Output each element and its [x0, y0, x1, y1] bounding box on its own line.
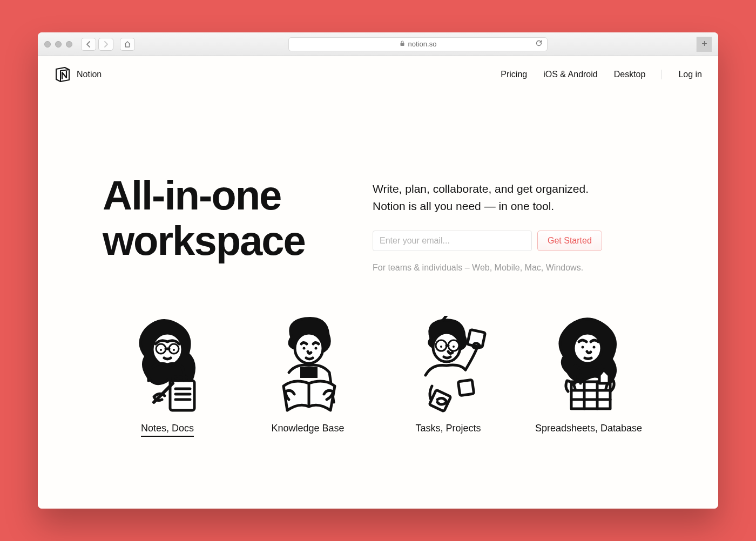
hero-meta: For teams & individuals – Web, Mobile, M… — [373, 263, 653, 273]
svg-rect-16 — [467, 329, 485, 347]
hero-sub-line1: Write, plan, collaborate, and get organi… — [373, 182, 589, 195]
svg-point-21 — [593, 346, 596, 349]
refresh-icon[interactable] — [535, 39, 543, 49]
page-content: Notion Pricing iOS & Android Desktop Log… — [38, 56, 718, 509]
home-button[interactable] — [120, 38, 135, 51]
svg-point-14 — [440, 346, 442, 348]
feature-tasks[interactable]: Tasks, Projects — [394, 316, 502, 437]
site-nav: Pricing iOS & Android Desktop Log in — [501, 70, 702, 79]
feature-label: Notes, Docs — [141, 423, 194, 437]
get-started-button[interactable]: Get Started — [537, 231, 602, 251]
forward-button[interactable] — [98, 38, 113, 51]
maximize-window-button[interactable] — [66, 41, 72, 48]
address-bar[interactable]: notion.so — [288, 37, 548, 51]
notion-logo-icon — [54, 66, 71, 83]
svg-point-4 — [160, 349, 162, 351]
svg-point-9 — [315, 347, 318, 350]
window-controls — [44, 41, 72, 48]
feature-label: Tasks, Projects — [415, 423, 481, 434]
notes-illustration-icon — [124, 316, 211, 413]
svg-rect-18 — [429, 390, 451, 411]
feature-label: Spreadsheets, Database — [535, 423, 642, 434]
database-illustration-icon — [545, 316, 632, 413]
tasks-illustration-icon — [405, 316, 491, 413]
hero-title-line2: workspace — [103, 218, 305, 263]
features-row: Notes, Docs Know — [38, 316, 718, 437]
svg-rect-0 — [400, 43, 404, 46]
brand-name: Notion — [77, 70, 102, 79]
svg-rect-17 — [458, 380, 474, 395]
svg-rect-10 — [300, 367, 318, 378]
lock-icon — [400, 40, 405, 48]
url-text: notion.so — [408, 40, 437, 48]
nav-pricing[interactable]: Pricing — [501, 70, 527, 79]
hero-title-line1: All-in-one — [103, 172, 281, 218]
brand[interactable]: Notion — [54, 66, 102, 83]
svg-point-15 — [453, 346, 455, 348]
svg-point-8 — [303, 347, 306, 350]
hero-title: All-in-one workspace — [103, 173, 335, 263]
back-button[interactable] — [81, 38, 96, 51]
nav-divider — [662, 70, 662, 79]
knowledge-base-illustration-icon — [265, 316, 351, 413]
nav-mobile[interactable]: iOS & Android — [543, 70, 598, 79]
svg-rect-22 — [571, 382, 610, 409]
nav-login[interactable]: Log in — [678, 70, 702, 79]
feature-database[interactable]: Spreadsheets, Database — [535, 316, 643, 437]
nav-arrows — [81, 38, 113, 51]
close-window-button[interactable] — [44, 41, 51, 48]
hero-subtitle: Write, plan, collaborate, and get organi… — [373, 180, 653, 214]
svg-point-5 — [173, 349, 175, 351]
svg-point-20 — [582, 346, 584, 349]
signup-form: Get Started — [373, 231, 653, 251]
feature-label: Knowledge Base — [271, 423, 344, 434]
site-header: Notion Pricing iOS & Android Desktop Log… — [38, 56, 718, 92]
feature-notes[interactable]: Notes, Docs — [113, 316, 221, 437]
new-tab-button[interactable]: + — [697, 37, 712, 52]
email-input[interactable] — [373, 231, 532, 251]
browser-window: notion.so + Notion Pr — [38, 32, 718, 509]
hero: All-in-one workspace Write, plan, collab… — [38, 92, 718, 273]
nav-desktop[interactable]: Desktop — [614, 70, 646, 79]
hero-sub-line2: Notion is all you need — in one tool. — [373, 200, 554, 212]
browser-toolbar: notion.so + — [38, 32, 718, 56]
minimize-window-button[interactable] — [55, 41, 62, 48]
feature-knowledge-base[interactable]: Knowledge Base — [254, 316, 362, 437]
